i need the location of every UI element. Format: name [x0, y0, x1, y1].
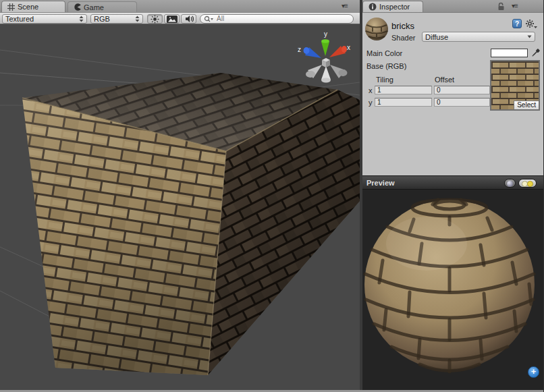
- info-icon: [369, 3, 377, 11]
- unity-editor-window: Scene Game ▾≡ Textured RGB: [0, 0, 544, 392]
- help-glyph: ?: [515, 20, 519, 28]
- preview-header[interactable]: Preview: [362, 175, 544, 190]
- help-button[interactable]: ?: [512, 19, 522, 28]
- scene-toolbar: Textured RGB: [0, 12, 360, 24]
- tab-scene-label: Scene: [18, 3, 38, 11]
- gizmo-z-label: z: [298, 46, 301, 53]
- tiling-header: Tiling: [376, 76, 393, 84]
- updown-arrows-icon: [135, 16, 140, 22]
- search-input[interactable]: [200, 14, 354, 24]
- shader-value: Diffuse: [425, 33, 524, 41]
- tab-scene[interactable]: Scene: [1, 1, 65, 12]
- tiling-x-axis-label: x: [369, 86, 373, 94]
- tab-game[interactable]: Game: [67, 1, 137, 12]
- offset-header: Offset: [435, 76, 454, 84]
- search-icon: [204, 16, 213, 23]
- material-name: bricks: [391, 21, 414, 31]
- base-texture-label: Base (RGB): [366, 62, 406, 70]
- updown-arrows-icon: [79, 16, 84, 22]
- gizmo-x-label: x: [347, 44, 350, 51]
- sun-icon: [151, 15, 159, 24]
- preview-model-button[interactable]: [504, 179, 516, 188]
- tab-game-label: Game: [84, 3, 104, 11]
- draw-mode-value: Textured: [5, 15, 76, 23]
- audio-toggle-button[interactable]: [181, 14, 196, 24]
- image-icon: [167, 16, 178, 23]
- plus-glyph: +: [531, 366, 537, 376]
- eyedropper-icon[interactable]: [531, 48, 541, 57]
- tiling-x-input[interactable]: [375, 86, 432, 94]
- tiling-y-axis-label: y: [369, 99, 373, 107]
- tab-inspector-label: Inspector: [379, 3, 410, 11]
- preview-lighting-button[interactable]: [518, 179, 537, 188]
- offset-x-input[interactable]: [434, 86, 490, 94]
- scene-tabbar: Scene Game ▾≡: [0, 0, 360, 12]
- speaker-icon: [184, 15, 194, 23]
- gizmo-y-label: y: [324, 30, 327, 38]
- scene-panel-menu-icon[interactable]: ▾≡: [342, 2, 348, 9]
- color-mode-value: RGB: [94, 15, 132, 23]
- effects-toggle-button[interactable]: [164, 14, 180, 24]
- inspector-panel: Inspector ▾≡ bricks Shade: [362, 0, 544, 390]
- draw-mode-dropdown[interactable]: Textured: [2, 14, 87, 24]
- preview-viewport[interactable]: +: [362, 190, 544, 390]
- offset-y-input[interactable]: [434, 98, 490, 107]
- sphere-icon: [507, 181, 513, 187]
- lock-icon[interactable]: [497, 2, 505, 11]
- main-color-swatch[interactable]: [491, 49, 528, 57]
- shader-label: Shader: [391, 34, 415, 42]
- grid-icon: [7, 3, 15, 11]
- scene-viewport[interactable]: y x z: [0, 24, 360, 390]
- material-sphere-icon: [364, 17, 389, 41]
- shader-dropdown[interactable]: Diffuse: [422, 32, 535, 42]
- add-button[interactable]: +: [528, 366, 539, 378]
- lighting-toggle-button[interactable]: [147, 14, 163, 24]
- tab-inspector[interactable]: Inspector: [362, 1, 423, 12]
- preview-title: Preview: [366, 179, 395, 187]
- select-texture-button[interactable]: Select: [514, 101, 539, 109]
- tiling-y-input[interactable]: [375, 98, 432, 107]
- base-texture-thumbnail[interactable]: Select: [490, 60, 540, 111]
- scene-search: [200, 14, 354, 24]
- gear-menu-button[interactable]: [525, 19, 537, 28]
- inspector-panel-menu-icon[interactable]: ▾≡: [512, 2, 518, 9]
- light-dot-icon: [527, 181, 533, 187]
- color-mode-dropdown[interactable]: RGB: [90, 14, 143, 24]
- game-icon: [74, 3, 81, 11]
- main-color-label: Main Color: [366, 49, 402, 57]
- chevron-down-icon: [527, 35, 532, 38]
- material-inspector: bricks Shader Diffuse ?: [362, 12, 544, 175]
- inspector-tabbar: Inspector ▾≡: [362, 0, 544, 12]
